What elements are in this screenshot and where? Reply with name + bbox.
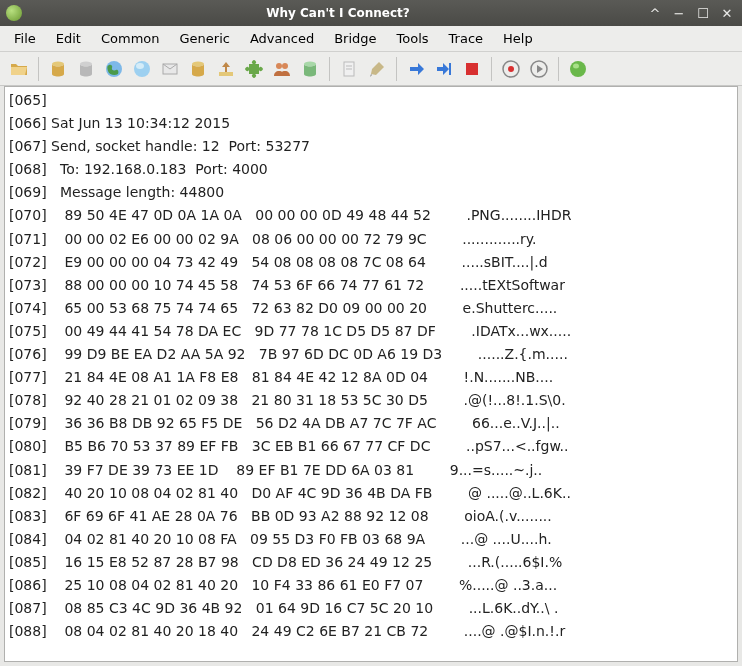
brush-icon (367, 59, 387, 79)
mail-icon (160, 59, 180, 79)
users-button[interactable] (269, 56, 295, 82)
svg-point-3 (134, 61, 150, 77)
svg-point-8 (276, 63, 282, 69)
app-icon (6, 5, 22, 21)
menu-tools[interactable]: Tools (387, 27, 439, 50)
maximize-button[interactable]: ☐ (694, 4, 712, 22)
next-button[interactable] (403, 56, 429, 82)
svg-point-19 (570, 61, 586, 77)
svg-point-20 (573, 63, 579, 68)
open-button[interactable] (6, 56, 32, 82)
svg-point-1 (80, 61, 92, 66)
arrow-right-icon (406, 59, 426, 79)
mail-button[interactable] (157, 56, 183, 82)
svg-point-10 (304, 61, 316, 66)
shade-button[interactable]: ^ (646, 4, 664, 22)
record-icon (501, 59, 521, 79)
toolbar-separator (558, 57, 559, 81)
globe-button-2[interactable] (129, 56, 155, 82)
status-green-icon (568, 59, 588, 79)
db-button-1[interactable] (45, 56, 71, 82)
menu-trace[interactable]: Trace (439, 27, 494, 50)
svg-point-9 (282, 63, 288, 69)
play-button[interactable] (526, 56, 552, 82)
upload-button[interactable] (213, 56, 239, 82)
toolbar-separator (38, 57, 39, 81)
users-icon (272, 59, 292, 79)
svg-rect-15 (466, 63, 478, 75)
menu-edit[interactable]: Edit (46, 27, 91, 50)
toolbar-separator (329, 57, 330, 81)
status-button[interactable] (565, 56, 591, 82)
db-button-4[interactable] (297, 56, 323, 82)
log-viewer[interactable]: [065] [066] Sat Jun 13 10:34:12 2015 [06… (4, 86, 738, 662)
db-button-3[interactable] (185, 56, 211, 82)
minimize-button[interactable]: − (670, 4, 688, 22)
svg-point-4 (136, 63, 144, 69)
database-alt-icon (188, 59, 208, 79)
arrow-right-end-icon (434, 59, 454, 79)
stop-icon (462, 59, 482, 79)
play-circle-icon (529, 59, 549, 79)
menubar: File Edit Common Generic Advanced Bridge… (0, 26, 742, 52)
database-green-icon (300, 59, 320, 79)
upload-icon (216, 59, 236, 79)
document-icon (339, 59, 359, 79)
db-button-2[interactable] (73, 56, 99, 82)
database-grey-icon (76, 59, 96, 79)
plugin-button[interactable] (241, 56, 267, 82)
toolbar (0, 52, 742, 86)
puzzle-icon (244, 59, 264, 79)
menu-advanced[interactable]: Advanced (240, 27, 324, 50)
svg-point-0 (52, 61, 64, 66)
menu-file[interactable]: File (4, 27, 46, 50)
globe-icon (104, 59, 124, 79)
brush-button[interactable] (364, 56, 390, 82)
stop-button[interactable] (459, 56, 485, 82)
svg-point-17 (508, 66, 514, 72)
titlebar: Why Can't I Connect? ^ − ☐ ✕ (0, 0, 742, 26)
menu-bridge[interactable]: Bridge (324, 27, 386, 50)
window-title: Why Can't I Connect? (30, 6, 646, 20)
window-controls: ^ − ☐ ✕ (646, 4, 736, 22)
globe-shine-icon (132, 59, 152, 79)
toolbar-separator (396, 57, 397, 81)
svg-rect-7 (219, 72, 233, 76)
globe-button-1[interactable] (101, 56, 127, 82)
menu-help[interactable]: Help (493, 27, 543, 50)
menu-generic[interactable]: Generic (170, 27, 240, 50)
close-button[interactable]: ✕ (718, 4, 736, 22)
last-button[interactable] (431, 56, 457, 82)
svg-rect-14 (449, 63, 451, 75)
database-icon (48, 59, 68, 79)
record-button[interactable] (498, 56, 524, 82)
svg-point-6 (192, 61, 204, 66)
folder-open-icon (9, 59, 29, 79)
doc-button[interactable] (336, 56, 362, 82)
toolbar-separator (491, 57, 492, 81)
menu-common[interactable]: Common (91, 27, 170, 50)
log-text: [065] [066] Sat Jun 13 10:34:12 2015 [06… (5, 87, 737, 645)
